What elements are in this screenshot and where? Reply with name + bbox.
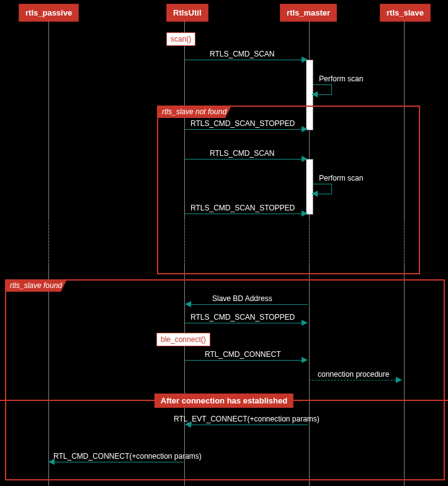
arrow [185,129,302,130]
note-ble-connect: ble_connect() [156,333,210,346]
arrow [185,60,302,60]
arrow-head-icon [185,301,191,307]
group-not-found [157,106,420,274]
arrow [185,159,302,160]
msg-scan1: RTLS_CMD_SCAN [210,50,274,58]
msg-scan-stopped1: RTLS_CMD_SCAN_STOPPED [190,119,295,128]
msg-bd-addr: Slave BD Address [212,294,272,303]
divider-text: After connection has established [155,394,293,408]
arrow [55,462,184,462]
msg-connect-params: RTL_CMD_CONNECT(+connection params) [53,452,202,461]
arrow-dotted [309,380,396,380]
arrow-head-icon [311,191,318,197]
msg-perform-scan1: Perform scan [319,74,363,83]
msg-perform-scan2: Perform scan [319,174,363,182]
arrow-head-icon [302,320,308,326]
participant-passive: rtls_passive [19,4,79,22]
group-label-not-found: rtls_slave not found [157,106,231,118]
lifeline-gap [48,220,49,263]
arrow [185,323,302,323]
note-scan: scan() [166,32,195,46]
participant-slave: rtls_slave [380,4,431,22]
arrow [191,304,308,305]
arrow-head-icon [48,459,55,465]
msg-scan-stopped2: RTLS_CMD_SCAN_STOPPED [190,204,295,212]
msg-scan-stopped3: RTLS_CMD_SCAN_STOPPED [190,313,295,322]
arrow-head-icon [185,421,191,428]
arrow [185,214,302,214]
msg-connect: RTL_CMD_CONNECT [205,350,280,359]
arrow-head-icon [396,377,402,383]
arrow-head-icon [302,357,308,363]
participant-master: rtls_master [280,4,337,22]
arrow [191,425,308,425]
participant-util: RtlsUtil [166,4,208,22]
arrow-head-icon [302,126,308,132]
arrow-head-icon [302,210,308,217]
arrow-head-icon [311,91,318,97]
msg-scan2: RTLS_CMD_SCAN [210,149,274,158]
msg-evt-connect: RTL_EVT_CONNECT(+connection params) [174,415,320,423]
msg-conn-proc: connection procedure [318,370,389,379]
arrow [185,360,302,361]
group-label-found: rtls_slave found [5,279,67,292]
